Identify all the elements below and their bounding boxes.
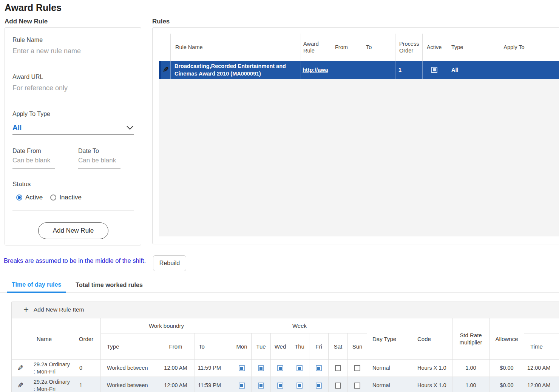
item-day-mon: [232, 360, 251, 377]
day-checkbox-wed[interactable]: [277, 383, 283, 389]
add-new-rule-button[interactable]: Add New Rule: [38, 222, 108, 239]
day-checkbox-thu[interactable]: [296, 383, 303, 389]
status-inactive-label: Inactive: [59, 194, 82, 201]
tab-strip: Time of day rules Total time worked rule…: [0, 278, 559, 293]
items-header-std-rate: Std Rate multiplier: [452, 318, 489, 359]
item-day-fri: [309, 377, 328, 392]
rebuild-button[interactable]: Rebuild: [153, 255, 186, 271]
tab-time-of-day-rules[interactable]: Time of day rules: [7, 278, 66, 293]
item-day-fri: [309, 360, 328, 377]
items-header-mon: Mon: [232, 333, 251, 359]
day-checkbox-wed[interactable]: [277, 365, 283, 371]
award-url-input[interactable]: [12, 84, 134, 96]
items-header-tue: Tue: [251, 333, 270, 359]
active-cell: [422, 61, 446, 79]
item-day-sun: [347, 377, 367, 392]
process-order-cell: 1: [395, 61, 422, 79]
rules-heading: Rules: [152, 18, 170, 25]
item-day-tue: [251, 377, 270, 392]
item-allownce: $0.00: [489, 360, 524, 377]
items-header-wed: Wed: [270, 333, 290, 359]
add-new-rule-item-button[interactable]: + Add New Rule Item: [12, 301, 559, 318]
day-checkbox-sat[interactable]: [335, 365, 341, 371]
edit-item-cell: ✎: [12, 360, 29, 377]
items-header-day-type: Day Type: [367, 318, 412, 359]
item-to: 11:59 PM: [195, 377, 232, 392]
day-checkbox-fri[interactable]: [316, 383, 322, 389]
extra-cell: [552, 61, 559, 79]
status-active-radio[interactable]: [16, 194, 22, 201]
status-inactive-radio[interactable]: [50, 194, 56, 201]
rule-name-input[interactable]: [12, 47, 134, 59]
status-active-label: Active: [25, 194, 43, 201]
rules-header-apply-to: Apply To: [476, 34, 552, 61]
item-day-mon: [232, 377, 251, 392]
item-name: 29.2a Ordinary : Mon-Fri: [29, 377, 72, 392]
apply-to-type-value: All: [12, 123, 22, 132]
item-type: Worked between: [100, 360, 157, 377]
pencil-icon[interactable]: ✎: [17, 382, 23, 389]
add-new-rule-item-label: Add New Rule Item: [34, 306, 84, 313]
items-header-edit-col: [12, 318, 29, 359]
day-checkbox-mon[interactable]: [239, 383, 245, 389]
items-header-code: Code: [412, 318, 452, 359]
page-title: Award Rules: [5, 2, 62, 13]
day-checkbox-sun[interactable]: [354, 365, 360, 371]
item-day-wed: [270, 360, 290, 377]
items-header-order: Order: [72, 318, 100, 359]
pencil-icon[interactable]: ✎: [163, 66, 169, 74]
item-std-rate: 1.00: [452, 360, 489, 377]
tab-total-time-worked-rules[interactable]: Total time worked rules: [71, 278, 148, 293]
rule-name-cell: Broadcasting,Recorded Entertainment and …: [170, 61, 301, 79]
award-rule-cell: http://awa: [301, 61, 331, 79]
items-header-work-boundry-group: Work boundry: [100, 318, 232, 333]
items-header-type: Type: [100, 333, 157, 359]
item-day-sun: [347, 360, 367, 377]
rule-item-row[interactable]: ✎ 29.2a Ordinary : Mon-Fri 0 Worked betw…: [12, 360, 559, 377]
apply-to-type-select[interactable]: All: [12, 120, 134, 135]
item-code: Hours X 1.0: [412, 360, 452, 377]
breaks-note: Breaks are assumed to be in the middle o…: [4, 256, 150, 265]
item-day-tue: [251, 360, 270, 377]
from-cell: [331, 61, 362, 79]
rules-table-row[interactable]: ✎ Broadcasting,Recorded Entertainment an…: [159, 61, 559, 79]
item-order: 0: [72, 360, 100, 377]
form-divider: [12, 210, 134, 211]
items-header-sun: Sun: [347, 333, 367, 359]
active-checkbox[interactable]: [431, 67, 437, 73]
items-header-name: Name: [29, 318, 72, 359]
rules-header-type: Type: [446, 34, 476, 61]
item-std-rate: 1.00: [452, 377, 489, 392]
apply-to-type-label: Apply To Type: [12, 111, 50, 117]
item-day-type: Normal: [367, 360, 412, 377]
award-rule-link[interactable]: http://awa: [303, 66, 328, 74]
date-from-input[interactable]: [12, 157, 55, 168]
rules-header-process-order: Process Order: [395, 34, 422, 61]
item-day-thu: [290, 377, 309, 392]
date-to-input[interactable]: [78, 157, 120, 168]
date-from-label: Date From: [12, 148, 41, 154]
item-name: 29.2a Ordinary : Mon-Fri: [29, 360, 72, 377]
day-checkbox-tue[interactable]: [258, 383, 264, 389]
rule-item-row[interactable]: ✎ 29.2a Ordinary : Mon-Fri 1 Worked betw…: [12, 377, 559, 392]
day-checkbox-sat[interactable]: [335, 383, 341, 389]
item-allownce: $0.00: [489, 377, 524, 392]
day-checkbox-sun[interactable]: [354, 383, 360, 389]
day-checkbox-tue[interactable]: [258, 365, 264, 371]
edit-rule-cell: ✎: [159, 61, 170, 79]
item-time: 12:00 AM: [524, 360, 559, 377]
day-checkbox-mon[interactable]: [239, 365, 245, 371]
rules-header-edit-col: [159, 34, 170, 61]
pencil-icon[interactable]: ✎: [17, 364, 23, 372]
items-header-time: Time: [524, 333, 559, 359]
day-checkbox-fri[interactable]: [316, 365, 322, 371]
item-day-wed: [270, 377, 290, 392]
items-header-time-group: [524, 318, 559, 333]
item-to: 11:59 PM: [195, 360, 232, 377]
day-checkbox-thu[interactable]: [296, 365, 303, 371]
rules-header-rule-name: Rule Name: [170, 34, 301, 61]
item-type: Worked between: [100, 377, 157, 392]
plus-icon: +: [22, 304, 30, 315]
rules-table-header: Rule Name Award Rule From To Process Ord…: [159, 34, 559, 61]
item-day-thu: [290, 360, 309, 377]
